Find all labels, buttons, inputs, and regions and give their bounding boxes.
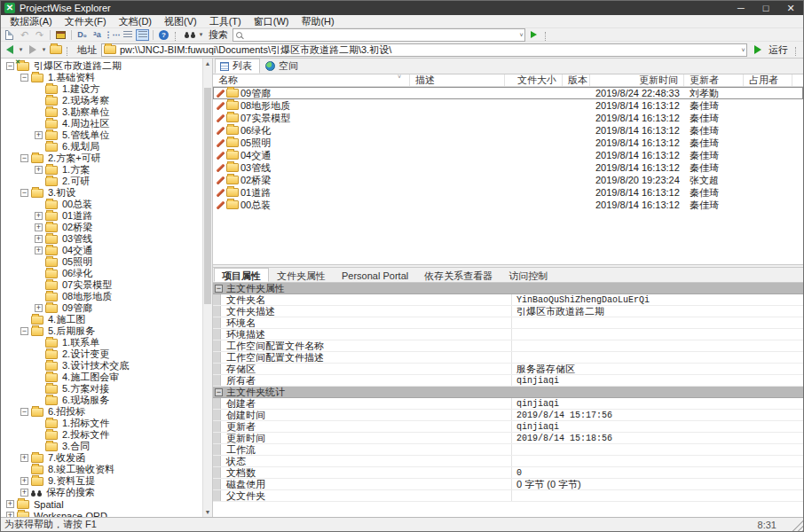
- expand-icon[interactable]: +: [35, 223, 43, 231]
- address-combo-caret[interactable]: ˅: [740, 47, 746, 53]
- column-header-5[interactable]: 更新者: [684, 74, 744, 86]
- tree-item[interactable]: 4.施工图: [1, 314, 202, 325]
- undo-button[interactable]: ↶: [18, 29, 31, 41]
- column-header-1[interactable]: 描述: [410, 74, 505, 86]
- tree-scrollbar[interactable]: ▲ ▼: [202, 59, 212, 517]
- close-button[interactable]: ✕: [778, 1, 803, 15]
- expand-icon[interactable]: +: [35, 166, 43, 174]
- maximize-button[interactable]: □: [753, 1, 778, 15]
- expand-icon[interactable]: +: [6, 500, 14, 508]
- tree-item[interactable]: +09管廊: [1, 302, 202, 314]
- file-list-row[interactable]: 09管廊2019/8/24 22:48:33刘孝勤: [213, 87, 803, 99]
- tree-item[interactable]: 00总装: [1, 199, 202, 210]
- search-combo-caret[interactable]: ˅: [518, 32, 524, 38]
- collapse-icon[interactable]: −: [20, 327, 28, 335]
- expand-icon[interactable]: +: [35, 131, 43, 139]
- tree-item[interactable]: +1.方案: [1, 164, 202, 176]
- file-list-row[interactable]: 06绿化2019/8/14 16:13:12秦佳琦: [213, 124, 803, 137]
- minimize-button[interactable]: ─: [729, 1, 753, 15]
- file-list-row[interactable]: 04交通2019/8/14 16:13:12秦佳琦: [213, 149, 803, 161]
- find-dropdown-caret[interactable]: ▾: [198, 31, 204, 38]
- expand-icon[interactable]: +: [35, 235, 43, 243]
- property-section-header[interactable]: −主文件夹属性: [213, 283, 803, 294]
- properties-tab-1[interactable]: 文件夹属性: [269, 268, 334, 282]
- file-list-row[interactable]: 08地形地质2019/8/14 16:13:12秦佳琦: [213, 99, 803, 112]
- collapse-icon[interactable]: −: [215, 388, 223, 396]
- tree-item[interactable]: 2.投标文件: [1, 429, 202, 441]
- back-button[interactable]: [3, 44, 16, 56]
- collapse-icon[interactable]: −: [6, 62, 14, 70]
- search-input[interactable]: [245, 29, 518, 40]
- scroll-up-arrow-icon[interactable]: ▲: [203, 59, 212, 68]
- tree-item[interactable]: +02桥梁: [1, 222, 202, 233]
- find-button[interactable]: [183, 29, 196, 41]
- collapse-icon[interactable]: −: [20, 408, 28, 416]
- file-list-row[interactable]: 02桥梁2019/8/20 19:23:24张文超: [213, 174, 803, 186]
- new-document-button[interactable]: [3, 29, 16, 41]
- forward-dropdown-caret[interactable]: ▾: [41, 46, 47, 53]
- tree-item[interactable]: −2.方案+可研: [1, 153, 202, 164]
- address-combobox[interactable]: pw:\\JNCJ-BIM:fuwuqi\Documents\引爆区市政道路二期…: [101, 43, 747, 57]
- details-view-button[interactable]: [121, 29, 134, 41]
- interface-button[interactable]: ⋮⋯: [106, 29, 119, 41]
- expand-icon[interactable]: +: [20, 489, 28, 497]
- tree-item[interactable]: −5.后期服务: [1, 325, 202, 337]
- expand-icon[interactable]: +: [35, 212, 43, 220]
- expand-icon[interactable]: +: [35, 304, 43, 312]
- tree-item[interactable]: 6.现场服务: [1, 395, 202, 406]
- tree-scrollbar-thumb[interactable]: [204, 88, 211, 304]
- back-dropdown-caret[interactable]: ▾: [18, 46, 24, 53]
- file-list-row[interactable]: 01道路2019/8/14 16:13:12秦佳琦: [213, 186, 803, 199]
- column-header-6[interactable]: 占用者: [744, 74, 792, 86]
- run-button[interactable]: [751, 44, 764, 56]
- collapse-icon[interactable]: −: [20, 189, 28, 197]
- column-header-4[interactable]: 更新时间: [590, 74, 684, 86]
- tree-item[interactable]: +9.资料互提: [1, 475, 202, 487]
- menu-item-6[interactable]: 帮助(H): [295, 15, 340, 28]
- property-section-header[interactable]: −主文件夹统计: [213, 387, 803, 398]
- menu-item-3[interactable]: 视图(V): [158, 15, 203, 28]
- scroll-down-arrow-icon[interactable]: ▼: [203, 507, 212, 517]
- expand-icon[interactable]: +: [20, 454, 28, 462]
- file-list-row[interactable]: 07实景模型2019/8/14 16:13:12秦佳琦: [213, 112, 803, 124]
- rename-button[interactable]: ᵃa: [91, 29, 104, 41]
- tree-item[interactable]: +Workspace-ORD: [1, 510, 202, 517]
- expand-icon[interactable]: +: [20, 477, 28, 485]
- expand-icon[interactable]: +: [35, 246, 43, 254]
- properties-tab-4[interactable]: 访问控制: [501, 268, 556, 282]
- expand-icon[interactable]: +: [6, 512, 14, 517]
- properties-tab-3[interactable]: 依存关系查看器: [416, 268, 501, 282]
- forward-button[interactable]: [26, 44, 39, 56]
- menu-item-5[interactable]: 窗口(W): [248, 15, 296, 28]
- menu-item-4[interactable]: 工具(T): [203, 15, 248, 28]
- column-header-0[interactable]: 名称: [213, 74, 410, 86]
- file-list-row[interactable]: 05照明2019/8/14 16:13:12秦佳琦: [213, 137, 803, 149]
- tree-item[interactable]: −3.初设: [1, 187, 202, 199]
- collapse-icon[interactable]: −: [215, 285, 223, 293]
- tree-item[interactable]: +01道路: [1, 210, 202, 222]
- collapse-icon[interactable]: −: [20, 154, 28, 162]
- up-folder-button[interactable]: [49, 44, 62, 56]
- tree-item[interactable]: 08地形地质: [1, 291, 202, 302]
- resize-grip[interactable]: [792, 520, 803, 531]
- datasource-button[interactable]: D₀: [75, 29, 89, 41]
- properties-tab-2[interactable]: Personal Portal: [334, 268, 416, 282]
- list-view-button[interactable]: [136, 29, 149, 41]
- view-tab-spatial[interactable]: 空间: [260, 59, 306, 74]
- menu-item-0[interactable]: 数据源(A): [4, 15, 59, 28]
- tree-item[interactable]: +保存的搜索: [1, 487, 202, 498]
- menu-item-1[interactable]: 文件夹(F): [59, 15, 113, 28]
- file-list-row[interactable]: 00总装2019/8/14 16:13:12秦佳琦: [213, 199, 803, 211]
- help-button[interactable]: ?: [157, 29, 170, 41]
- collapse-icon[interactable]: −: [20, 74, 28, 82]
- column-header-3[interactable]: 版本: [563, 74, 590, 86]
- tree-item[interactable]: +04交通: [1, 245, 202, 256]
- redo-button[interactable]: ↷: [33, 29, 46, 41]
- tree-item[interactable]: +5.管线单位: [1, 129, 202, 141]
- menu-item-2[interactable]: 文档(D): [113, 15, 158, 28]
- tree-item[interactable]: 2.可研: [1, 176, 202, 187]
- export-button[interactable]: [54, 29, 67, 41]
- properties-tab-0[interactable]: 项目属性: [214, 268, 269, 282]
- tree-item[interactable]: −引爆区市政道路二期: [1, 60, 202, 72]
- tree-item[interactable]: 05照明: [1, 256, 202, 268]
